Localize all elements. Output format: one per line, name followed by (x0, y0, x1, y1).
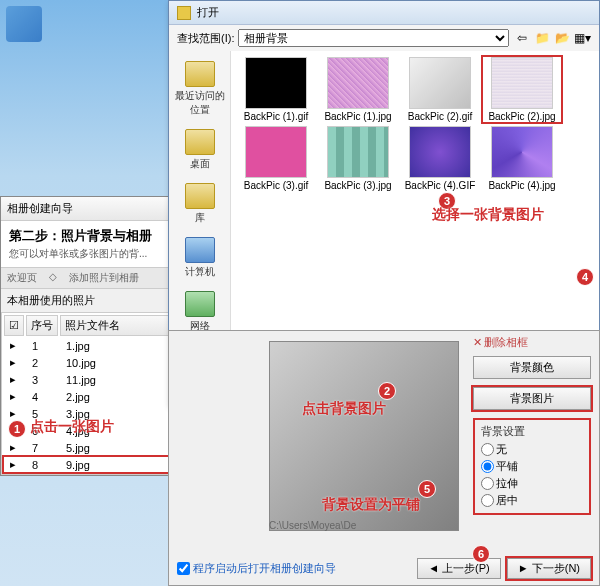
folder-icon (177, 6, 191, 20)
place-item[interactable]: 库 (169, 177, 230, 231)
thumb-label: BackPic (2).jpg (483, 111, 561, 122)
file-thumb[interactable]: BackPic (1).jpg (319, 57, 397, 122)
thumb-image (327, 126, 389, 178)
view-menu-icon[interactable]: ▦▾ (573, 30, 591, 46)
file-thumb[interactable]: BackPic (4).jpg (483, 126, 561, 191)
wizard-tabs: 欢迎页 ◇ 添加照片到相册 (1, 267, 177, 289)
file-thumb[interactable]: BackPic (2).gif (401, 57, 479, 122)
lookin-select[interactable]: 相册背景 (238, 29, 509, 47)
col-checkbox[interactable]: ☑ (4, 315, 24, 336)
bg-settings-group: 背景设置 无 平铺 拉伸 居中 (473, 418, 591, 515)
thumb-image (245, 126, 307, 178)
back-icon[interactable]: ⇦ (513, 30, 531, 46)
place-label: 计算机 (171, 265, 228, 279)
thumb-image (409, 126, 471, 178)
callout-1: 1 (8, 420, 26, 438)
up-folder-icon[interactable]: 📁 (533, 30, 551, 46)
prev-button[interactable]: ◄ 上一步(P) (417, 558, 501, 579)
thumb-label: BackPic (2).gif (401, 111, 479, 122)
col-filename: 照片文件名 (60, 315, 174, 336)
thumb-image (245, 57, 307, 109)
place-icon (185, 237, 215, 263)
bg-settings-title: 背景设置 (481, 424, 583, 439)
step-title: 第二步：照片背景与相册 (9, 227, 169, 245)
place-icon (185, 61, 215, 87)
photo-table[interactable]: ☑ 序号 照片文件名 ▸11.jpg▸210.jpg▸311.jpg▸42.jp… (1, 312, 177, 475)
place-icon (185, 129, 215, 155)
desktop-shortcut-icon[interactable] (6, 6, 42, 42)
step-desc: 您可以对单张或多张图片的背... (9, 247, 169, 261)
table-row[interactable]: ▸75.jpg (4, 440, 174, 455)
close-icon: ✕ (473, 336, 482, 349)
file-thumb[interactable]: BackPic (3).jpg (319, 126, 397, 191)
radio-tile[interactable]: 平铺 (481, 458, 583, 475)
next-button[interactable]: ► 下一步(N) (507, 558, 591, 579)
tab-welcome[interactable]: 欢迎页 (1, 268, 43, 288)
callout-3-text: 选择一张背景图片 (432, 206, 544, 224)
place-label: 最近访问的位置 (171, 89, 228, 117)
thumb-label: BackPic (4).jpg (483, 180, 561, 191)
radio-stretch[interactable]: 拉伸 (481, 475, 583, 492)
thumb-image (491, 126, 553, 178)
radio-center[interactable]: 居中 (481, 492, 583, 509)
bg-image-button[interactable]: 背景图片 (473, 387, 591, 410)
callout-2: 2 (378, 382, 396, 400)
places-bar: 最近访问的位置桌面库计算机网络 (169, 51, 231, 343)
table-row[interactable]: ▸11.jpg (4, 338, 174, 353)
table-row[interactable]: ▸42.jpg (4, 389, 174, 404)
table-row[interactable]: ▸89.jpg (4, 457, 174, 472)
tab-add-photos[interactable]: 添加照片到相册 (63, 268, 145, 288)
photo-list-label: 本相册使用的照片 (1, 289, 177, 312)
table-row[interactable]: ▸311.jpg (4, 372, 174, 387)
thumb-label: BackPic (4).GIF (401, 180, 479, 191)
thumb-image (491, 57, 553, 109)
dialog-title: 打开 (197, 5, 219, 20)
callout-5: 5 (418, 480, 436, 498)
new-folder-icon[interactable]: 📂 (553, 30, 571, 46)
thumb-label: BackPic (3).gif (237, 180, 315, 191)
main-panel: ✕删除相框 背景颜色 背景图片 背景设置 无 平铺 拉伸 居中 C:\Users… (168, 330, 600, 586)
thumb-label: BackPic (3).jpg (319, 180, 397, 191)
path-label: C:\Users\Moyea\De (269, 520, 356, 531)
callout-5-text: 背景设置为平铺 (322, 496, 420, 514)
place-label: 库 (171, 211, 228, 225)
lookin-row: 查找范围(I): 相册背景 ⇦ 📁 📂 ▦▾ (169, 25, 599, 51)
wizard-titlebar: 相册创建向导 (1, 197, 177, 221)
place-item[interactable]: 桌面 (169, 123, 230, 177)
col-num: 序号 (26, 315, 58, 336)
callout-4: 4 (576, 268, 594, 286)
thumb-label: BackPic (1).jpg (319, 111, 397, 122)
thumb-image (409, 57, 471, 109)
file-list-area[interactable]: BackPic (1).gifBackPic (1).jpgBackPic (2… (231, 51, 599, 343)
file-thumb[interactable]: BackPic (4).GIF (401, 126, 479, 191)
callout-6: 6 (472, 545, 490, 563)
place-item[interactable]: 最近访问的位置 (169, 55, 230, 123)
lookin-label: 查找范围(I): (177, 31, 234, 46)
place-icon (185, 183, 215, 209)
startup-checkbox[interactable]: 程序启动后打开相册创建向导 (177, 561, 336, 576)
file-thumb[interactable]: BackPic (2).jpg (483, 57, 561, 122)
wizard-step-header: 第二步：照片背景与相册 您可以对单张或多张图片的背... (1, 221, 177, 267)
thumb-image (327, 57, 389, 109)
file-thumb[interactable]: BackPic (1).gif (237, 57, 315, 122)
radio-none[interactable]: 无 (481, 441, 583, 458)
thumb-label: BackPic (1).gif (237, 111, 315, 122)
table-row[interactable]: ▸210.jpg (4, 355, 174, 370)
bg-color-button[interactable]: 背景颜色 (473, 356, 591, 379)
place-item[interactable]: 计算机 (169, 231, 230, 285)
place-label: 桌面 (171, 157, 228, 171)
place-icon (185, 291, 215, 317)
callout-2-text: 点击背景图片 (302, 400, 386, 418)
delete-album-link[interactable]: ✕删除相框 (473, 335, 591, 350)
file-thumb[interactable]: BackPic (3).gif (237, 126, 315, 191)
dialog-titlebar: 打开 (169, 1, 599, 25)
callout-1-text: 点击一张图片 (30, 418, 114, 436)
